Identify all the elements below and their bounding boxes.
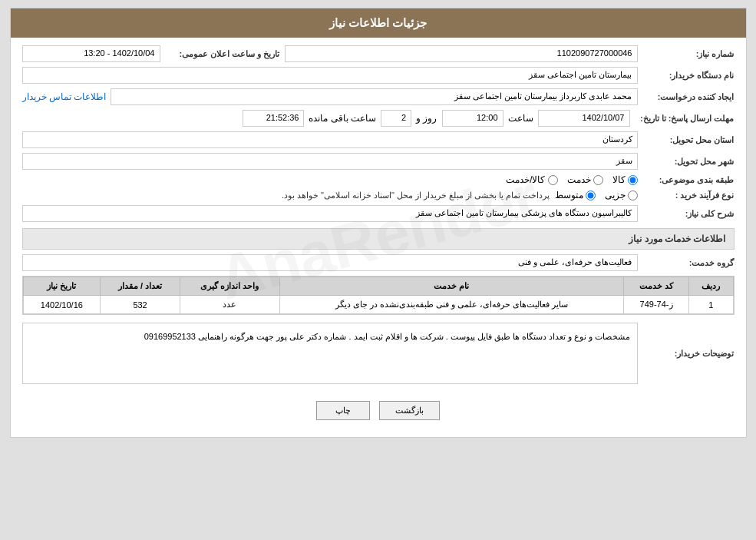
category-kala-label: کالا <box>612 174 626 185</box>
announcement-date-label: تاریخ و ساعت اعلان عمومی: <box>165 49 280 59</box>
service-group-value: فعالیت‌های حرفه‌ای، علمی و فنی <box>22 254 638 271</box>
page-title: جزئیات اطلاعات نیاز <box>329 16 427 29</box>
purchase-type-motavasset[interactable]: متوسط <box>555 190 596 200</box>
table-cell-date: 1402/10/16 <box>23 296 101 314</box>
col-unit-header: واحد اندازه گیری <box>180 277 279 296</box>
request-number-value: 1102090727000046 <box>285 45 638 62</box>
category-kala-khedmat-label: کالا/خدمت <box>506 174 545 185</box>
requester-contact-link[interactable]: اطلاعات تماس خریدار <box>22 91 107 102</box>
col-row-header: ردیف <box>689 277 733 296</box>
purchase-type-row: نوع فرآیند خرید : جزیی متوسط پرداخت تمام… <box>22 190 735 200</box>
requester-value: محمد عابدی کاربرداز بیمارستان تامین اجتم… <box>111 88 637 105</box>
deadline-time-label: ساعت <box>508 113 533 124</box>
deadline-remaining-value: 21:52:36 <box>243 110 304 127</box>
table-cell-unit: عدد <box>180 296 279 314</box>
category-option-kala-khedmat[interactable]: کالا/خدمت <box>506 174 557 185</box>
services-section-header: اطلاعات خدمات مورد نیاز <box>22 228 735 250</box>
category-radio-group: کالا خدمت کالا/خدمت <box>506 174 637 185</box>
organization-row: نام دستگاه خریدار: بیمارستان تامین اجتما… <box>22 67 735 84</box>
province-label: استان محل تحویل: <box>642 135 735 145</box>
service-group-row: گروه خدمت: فعالیت‌های حرفه‌ای، علمی و فن… <box>22 254 735 271</box>
announcement-date-value: 1402/10/04 - 13:20 <box>22 45 160 62</box>
category-khedmat-label: خدمت <box>567 174 591 185</box>
purchase-type-radio-jozi[interactable] <box>628 190 638 200</box>
deadline-remaining-label: ساعت باقی مانده <box>309 113 376 124</box>
deadline-time-value: 12:00 <box>442 110 503 127</box>
col-name-header: نام خدمت <box>280 277 624 296</box>
buyer-notes-row: توضیحات خریدار: مشخصات و نوع و تعداد دست… <box>22 320 735 387</box>
purchase-type-note: پرداخت تمام یا بخشی از مبلغ خریدار از مح… <box>22 190 550 200</box>
content-area: AnaRender شماره نیاز: 1102090727000046 ت… <box>11 38 746 437</box>
purchase-jozi-label: جزیی <box>605 190 626 200</box>
city-label: شهر محل تحویل: <box>642 157 735 167</box>
category-row: طبقه بندی موضوعی: کالا خدمت کالا/خدمت <box>22 174 735 185</box>
print-button[interactable]: چاپ <box>316 401 370 420</box>
request-number-row: شماره نیاز: 1102090727000046 تاریخ و ساع… <box>22 45 735 62</box>
deadline-date-value: 1402/10/07 <box>538 110 630 127</box>
services-table-container: ردیف کد خدمت نام خدمت واحد اندازه گیری ت… <box>22 276 735 315</box>
page-container: جزئیات اطلاعات نیاز AnaRender شماره نیاز… <box>10 8 747 438</box>
category-option-kala[interactable]: کالا <box>612 174 638 185</box>
city-row: شهر محل تحویل: سقز <box>22 153 735 170</box>
requester-label: ایجاد کننده درخواست: <box>642 92 735 102</box>
description-label: شرح کلی نیاز: <box>642 209 735 219</box>
province-row: استان محل تحویل: کردستان <box>22 131 735 148</box>
buttons-row: بازگشت چاپ <box>22 392 735 429</box>
deadline-days-label: روز و <box>416 113 437 124</box>
description-value: کالیبراسیون دستگاه های پزشکی بیمارستان ت… <box>22 205 638 222</box>
page-header: جزئیات اطلاعات نیاز <box>11 8 746 38</box>
city-value: سقز <box>22 153 638 170</box>
requester-row: ایجاد کننده درخواست: محمد عابدی کاربرداز… <box>22 88 735 105</box>
purchase-type-label: نوع فرآیند خرید : <box>642 190 735 200</box>
request-number-label: شماره نیاز: <box>642 49 735 59</box>
table-row: 1ز-74-749سایر فعالیت‌های حرفه‌ای، علمی و… <box>23 296 733 314</box>
buyer-notes-value: مشخصات و نوع و تعداد دستگاه ها طبق فایل … <box>22 323 638 384</box>
col-qty-header: تعداد / مقدار <box>101 277 180 296</box>
category-radio-khedmat[interactable] <box>593 175 603 185</box>
services-table: ردیف کد خدمت نام خدمت واحد اندازه گیری ت… <box>23 277 734 314</box>
category-radio-kala-khedmat[interactable] <box>548 175 558 185</box>
category-radio-kala[interactable] <box>628 175 638 185</box>
deadline-label: مهلت ارسال پاسخ: تا تاریخ: <box>635 114 735 124</box>
back-button[interactable]: بازگشت <box>379 401 440 420</box>
purchase-type-radio-motavasset[interactable] <box>586 190 596 200</box>
table-cell-code: ز-74-749 <box>623 296 688 314</box>
table-cell-quantity: 532 <box>101 296 180 314</box>
table-cell-row: 1 <box>689 296 733 314</box>
deadline-row: مهلت ارسال پاسخ: تا تاریخ: 1402/10/07 سا… <box>22 110 735 127</box>
purchase-motavasset-label: متوسط <box>555 190 583 200</box>
organization-label: نام دستگاه خریدار: <box>642 71 735 81</box>
col-date-header: تاریخ نیاز <box>23 277 101 296</box>
description-row: شرح کلی نیاز: کالیبراسیون دستگاه های پزش… <box>22 205 735 222</box>
table-cell-name: سایر فعالیت‌های حرفه‌ای، علمی و فنی طبقه… <box>280 296 624 314</box>
organization-value: بیمارستان تامین اجتماعی سقز <box>22 67 638 84</box>
buyer-notes-label: توضیحات خریدار: <box>642 349 735 359</box>
col-code-header: کد خدمت <box>623 277 688 296</box>
category-option-khedmat[interactable]: خدمت <box>567 174 603 185</box>
service-group-label: گروه خدمت: <box>642 258 735 268</box>
province-value: کردستان <box>22 131 638 148</box>
purchase-type-jozi[interactable]: جزیی <box>605 190 638 200</box>
purchase-type-radio-group: جزیی متوسط <box>555 190 638 200</box>
deadline-days-value: 2 <box>381 110 411 127</box>
category-label: طبقه بندی موضوعی: <box>642 175 735 185</box>
